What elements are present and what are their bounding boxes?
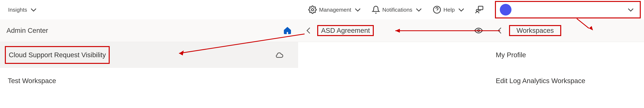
avatar — [500, 4, 512, 15]
left-panel-title: Admin Center — [6, 27, 48, 34]
left-item-test-workspace-label: Test Workspace — [8, 77, 56, 85]
svg-point-5 — [478, 30, 480, 32]
gear-icon — [308, 5, 317, 14]
nav-management-label: Management — [319, 7, 351, 13]
mid-panel-title: ASD Agreement — [321, 27, 370, 34]
row-four: Test Workspace Edit Log Analytics Worksp… — [0, 68, 644, 94]
left-panel-header[interactable]: Admin Center — [0, 19, 298, 42]
left-item-highlighted[interactable]: Cloud Support Request Visibility — [0, 42, 298, 68]
cloud-icon — [275, 51, 284, 59]
right-item-my-profile-label: My Profile — [496, 51, 526, 59]
right-item-edit-law-label: Edit Log Analytics Workspace — [496, 77, 585, 85]
nav-management[interactable]: Management — [304, 0, 367, 19]
chevron-down-icon — [354, 5, 362, 14]
left-item-cloud-support: Cloud Support Request Visibility — [9, 51, 106, 59]
profile-dropdown[interactable] — [495, 1, 641, 18]
right-panel-title: Workspaces — [516, 27, 554, 34]
chevron-down-icon — [414, 5, 423, 14]
bell-icon — [372, 5, 380, 14]
svg-rect-3 — [478, 6, 483, 10]
nav-insights[interactable]: Insights — [3, 0, 42, 19]
nav-help-label: Help — [444, 7, 455, 13]
right-item-edit-law[interactable]: Edit Log Analytics Workspace — [489, 68, 644, 94]
nav-feedback[interactable] — [470, 0, 488, 19]
chevron-down-icon — [29, 5, 38, 14]
panel-headers-row: Admin Center ASD Agreement Workspaces — [0, 19, 644, 42]
right-panel-title-highlight: Workspaces — [509, 25, 561, 36]
chevron-left-icon — [496, 26, 504, 35]
left-item-test-workspace[interactable]: Test Workspace — [0, 68, 298, 94]
chevron-left-icon — [304, 26, 313, 35]
eye-icon — [474, 26, 483, 35]
right-panel-header[interactable]: Workspaces — [489, 19, 644, 42]
mid-panel-header[interactable]: ASD Agreement — [298, 19, 489, 42]
left-item-highlight-box: Cloud Support Request Visibility — [5, 46, 110, 64]
chevron-down-icon — [457, 5, 466, 14]
right-item-my-profile[interactable]: My Profile — [489, 42, 644, 68]
help-icon — [433, 5, 441, 14]
nav-notifications[interactable]: Notifications — [367, 0, 428, 19]
home-icon — [283, 26, 292, 35]
row-three: Cloud Support Request Visibility My Prof… — [0, 42, 644, 68]
feedback-person-icon — [475, 5, 484, 14]
mid-panel-title-highlight: ASD Agreement — [317, 25, 374, 36]
chevron-down-icon — [626, 5, 635, 14]
svg-point-0 — [312, 8, 314, 11]
nav-help[interactable]: Help — [428, 0, 470, 19]
nav-notifications-label: Notifications — [382, 7, 412, 13]
top-nav-bar: Insights Management Notifications He — [0, 0, 644, 19]
nav-insights-label: Insights — [8, 7, 27, 13]
svg-point-4 — [476, 9, 478, 11]
